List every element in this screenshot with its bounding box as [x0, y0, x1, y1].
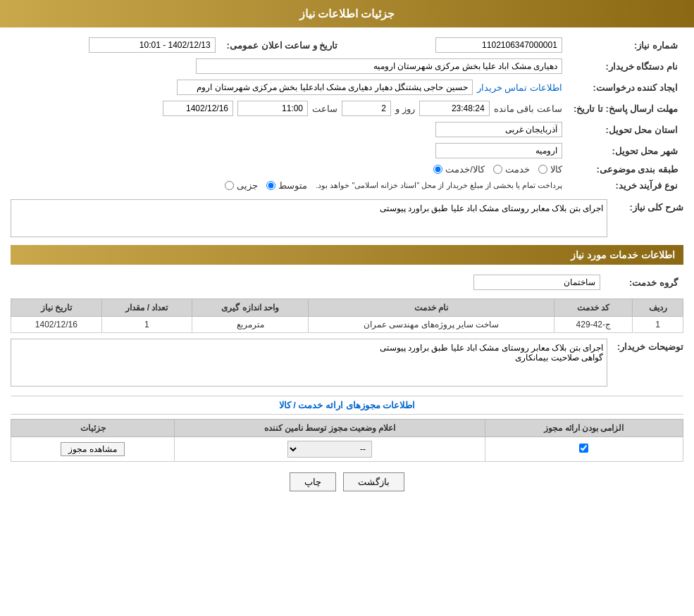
- page-header: جزئیات اطلاعات نیاز: [0, 0, 694, 27]
- buyer-org-input[interactable]: [196, 58, 562, 74]
- main-content: شماره نیاز: تاریخ و ساعت اعلان عمومی: نا…: [0, 27, 694, 509]
- category-service-label: خدمت: [505, 164, 530, 175]
- need-description-section: شرح کلی نیاز:: [11, 199, 683, 239]
- services-section-title: اطلاعات خدمات مورد نیاز: [11, 245, 683, 265]
- need-description-textarea[interactable]: [11, 199, 607, 237]
- need-description-label: شرح کلی نیاز:: [613, 202, 683, 213]
- category-goods-service-label: کالا/خدمت: [445, 164, 485, 175]
- send-time-label-text: ساعت: [312, 103, 337, 114]
- need-number-input[interactable]: [435, 37, 562, 53]
- col-unit: واحد اندازه گیری: [192, 299, 309, 317]
- perm-col-details: جزئیات: [11, 420, 175, 437]
- page-wrapper: جزئیات اطلاعات نیاز شماره نیاز: تاریخ و …: [0, 0, 694, 616]
- buyer-description-section: توضیحات خریدار:: [11, 339, 683, 389]
- province-input[interactable]: [435, 122, 562, 137]
- services-table: ردیف کد خدمت نام خدمت واحد اندازه گیری ت…: [11, 298, 683, 333]
- category-goods-label: کالا: [550, 164, 562, 175]
- send-deadline-label: مهلت ارسال پاسخ: تا تاریخ:: [568, 98, 683, 119]
- back-button[interactable]: بازگشت: [343, 472, 404, 491]
- mandatory-checkbox[interactable]: [579, 444, 588, 453]
- view-permit-button[interactable]: مشاهده مجوز: [61, 442, 124, 456]
- created-by-input[interactable]: [177, 80, 473, 95]
- category-service-radio[interactable]: [493, 165, 502, 174]
- purchase-partial-label: جزیی: [237, 180, 258, 191]
- remaining-days-input[interactable]: [342, 101, 391, 116]
- info-table: شماره نیاز: تاریخ و ساعت اعلان عمومی: نا…: [11, 34, 683, 194]
- buyer-description-label: توضیحات خریدار:: [613, 341, 683, 352]
- purchase-partial-radio[interactable]: [225, 181, 234, 190]
- need-number-label: شماره نیاز:: [568, 34, 683, 56]
- category-goods-radio[interactable]: [538, 165, 547, 174]
- send-date-input[interactable]: [163, 101, 233, 116]
- service-group-label: گروه خدمت:: [606, 272, 683, 293]
- purchase-medium-radio[interactable]: [266, 181, 275, 190]
- datetime-input[interactable]: [89, 37, 216, 53]
- table-row: 1 ج-42-429 ساخت سایر پروژه‌های مهندسی عم…: [11, 317, 683, 333]
- city-input[interactable]: [435, 143, 562, 158]
- contact-info-link[interactable]: اطلاعات تماس خریدار: [477, 82, 562, 93]
- category-goods-service-radio[interactable]: [433, 165, 442, 174]
- perm-col-status: اعلام وضعیت مجوز توسط نامین کننده: [175, 420, 485, 437]
- category-label: طبقه بندی موضوعی:: [568, 161, 683, 177]
- perm-col-mandatory: الزامی بودن ارائه مجوز: [485, 420, 683, 437]
- remaining-time-label-text: ساعت باقی مانده: [494, 103, 562, 114]
- datetime-label: تاریخ و ساعت اعلان عمومی:: [221, 34, 344, 56]
- permissions-section-title: اطلاعات مجوزهای ارائه خدمت / کالا: [11, 396, 683, 415]
- col-service-name: نام خدمت: [308, 299, 554, 317]
- col-quantity: تعداد / مقدار: [101, 299, 192, 317]
- buyer-description-textarea[interactable]: [11, 339, 607, 386]
- status-select[interactable]: --: [287, 441, 372, 458]
- col-need-date: تاریخ نیاز: [11, 299, 102, 317]
- table-row: -- مشاهده مجوز: [11, 437, 683, 462]
- print-button[interactable]: چاپ: [290, 472, 336, 491]
- purchase-note-text: پرداخت تمام یا بخشی از مبلغ خریدار از مح…: [316, 181, 562, 190]
- col-row: ردیف: [633, 299, 683, 317]
- send-time-input[interactable]: [237, 101, 308, 116]
- remaining-time-input[interactable]: [419, 101, 490, 116]
- city-label: شهر محل تحویل:: [568, 140, 683, 161]
- service-group-table: گروه خدمت:: [11, 272, 683, 293]
- service-group-input[interactable]: [473, 275, 600, 290]
- purchase-medium-label: متوسط: [278, 180, 307, 191]
- purchase-type-label: نوع فرآیند خرید:: [568, 177, 683, 194]
- page-title: جزئیات اطلاعات نیاز: [299, 8, 395, 20]
- province-label: استان محل تحویل:: [568, 119, 683, 140]
- permissions-table: الزامی بودن ارائه مجوز اعلام وضعیت مجوز …: [11, 419, 683, 462]
- remaining-days-label-text: روز و: [395, 103, 415, 114]
- buyer-org-label: نام دستگاه خریدار:: [568, 56, 683, 77]
- created-by-label: ایجاد کننده درخواست:: [568, 77, 683, 98]
- bottom-buttons: بازگشت چاپ: [11, 462, 683, 502]
- col-service-code: کد خدمت: [554, 299, 633, 317]
